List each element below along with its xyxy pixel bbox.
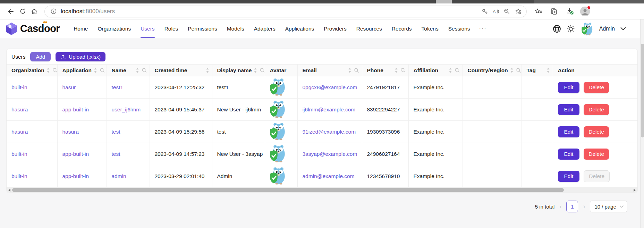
browser-tab-strip[interactable] bbox=[0, 0, 644, 3]
column-header-name[interactable]: Name bbox=[107, 65, 150, 76]
casdoor-logo[interactable]: Casdoor bbox=[6, 22, 60, 35]
pagination-next-icon[interactable]: › bbox=[582, 203, 586, 210]
menu-item-adapters[interactable]: Adapters bbox=[249, 19, 280, 38]
application-link[interactable]: app-built-in bbox=[62, 173, 89, 179]
organization-link[interactable]: built-in bbox=[11, 173, 27, 179]
email-link[interactable]: 3asyap@example.com bbox=[303, 151, 357, 157]
column-header-organization[interactable]: Organization bbox=[7, 65, 57, 76]
home-icon[interactable] bbox=[28, 6, 40, 17]
email-link[interactable]: 0pgcx8@example.com bbox=[303, 84, 357, 90]
sorter-icon[interactable] bbox=[254, 68, 257, 73]
column-header-phone[interactable]: Phone bbox=[362, 65, 408, 76]
user-gopher-avatar[interactable] bbox=[269, 144, 287, 163]
back-icon[interactable] bbox=[5, 6, 17, 17]
address-bar[interactable]: localhost:8000/users A bbox=[44, 6, 527, 17]
user-avatar[interactable] bbox=[581, 22, 594, 35]
sorter-icon[interactable] bbox=[510, 68, 514, 73]
sorter-icon[interactable] bbox=[46, 68, 50, 73]
column-header-email[interactable]: Email bbox=[297, 65, 362, 76]
add-user-button[interactable]: Add bbox=[30, 52, 51, 61]
organization-link[interactable]: built-in bbox=[11, 151, 27, 157]
menu-item-home[interactable]: Home bbox=[69, 19, 93, 38]
organization-link[interactable]: hasura bbox=[11, 129, 28, 135]
user-name-link[interactable]: test1 bbox=[112, 84, 124, 90]
menu-item-permissions[interactable]: Permissions bbox=[183, 19, 222, 38]
menu-item-sessions[interactable]: Sessions bbox=[443, 19, 475, 38]
chevron-down-icon[interactable] bbox=[620, 27, 626, 31]
vertical-scrollbar[interactable] bbox=[640, 19, 644, 228]
menu-item-records[interactable]: Records bbox=[387, 19, 417, 38]
edit-button[interactable]: Edit bbox=[558, 82, 580, 93]
scroll-left-arrow-icon[interactable] bbox=[7, 187, 12, 193]
favorites-icon[interactable] bbox=[532, 6, 544, 17]
url-text[interactable]: localhost:8000/users bbox=[61, 8, 479, 15]
browser-profile-avatar[interactable] bbox=[580, 7, 590, 16]
menu-item-roles[interactable]: Roles bbox=[160, 19, 183, 38]
delete-button[interactable]: Delete bbox=[584, 82, 609, 93]
zoom-out-icon[interactable] bbox=[501, 6, 512, 17]
edit-button[interactable]: Edit bbox=[558, 149, 580, 160]
column-header-created-time[interactable]: Created time bbox=[150, 65, 212, 76]
column-header-tag[interactable]: Tag bbox=[522, 65, 553, 76]
downloads-icon[interactable] bbox=[564, 6, 576, 17]
vertical-scroll-thumb[interactable] bbox=[641, 44, 644, 137]
column-header-application[interactable]: Application bbox=[57, 65, 107, 76]
application-link[interactable]: app-built-in bbox=[62, 107, 89, 112]
user-gopher-avatar[interactable] bbox=[269, 121, 287, 141]
menu-item-users[interactable]: Users bbox=[136, 19, 159, 38]
browser-tab[interactable] bbox=[436, 0, 452, 3]
user-name-link[interactable]: test bbox=[112, 151, 120, 157]
user-name[interactable]: Admin bbox=[599, 26, 615, 32]
user-name-link[interactable]: user_ij6lmm bbox=[112, 107, 141, 112]
menu-item-organizations[interactable]: Organizations bbox=[93, 19, 136, 38]
column-search-icon[interactable] bbox=[142, 68, 147, 73]
read-aloud-icon[interactable]: A bbox=[490, 6, 501, 17]
horizontal-scroll-track[interactable] bbox=[12, 187, 632, 193]
user-name-link[interactable]: test bbox=[112, 129, 120, 135]
theme-sun-icon[interactable] bbox=[567, 25, 575, 33]
delete-button[interactable]: Delete bbox=[584, 149, 609, 160]
user-name-link[interactable]: admin bbox=[112, 173, 126, 179]
email-link[interactable]: ij6lmm@example.com bbox=[303, 107, 356, 112]
sorter-icon[interactable] bbox=[94, 68, 97, 73]
menu-overflow-icon[interactable]: ··· bbox=[475, 26, 491, 32]
user-gopher-avatar[interactable] bbox=[269, 166, 287, 185]
menu-item-tokens[interactable]: Tokens bbox=[417, 19, 443, 38]
page-size-select[interactable]: 10 / page bbox=[590, 201, 627, 212]
application-link[interactable]: hasur bbox=[62, 84, 76, 90]
password-key-icon[interactable] bbox=[479, 6, 490, 17]
organization-link[interactable]: hasura bbox=[11, 107, 28, 112]
column-header-display-name[interactable]: Display name bbox=[212, 65, 265, 76]
menu-item-providers[interactable]: Providers bbox=[319, 19, 351, 38]
pagination-page-1[interactable]: 1 bbox=[566, 201, 578, 212]
refresh-icon[interactable] bbox=[17, 6, 28, 17]
column-search-icon[interactable] bbox=[260, 68, 265, 73]
language-globe-icon[interactable] bbox=[553, 25, 561, 33]
user-gopher-avatar[interactable] bbox=[269, 77, 287, 96]
email-link[interactable]: 91ized@example.com bbox=[303, 129, 356, 135]
upload-xlsx-button[interactable]: Upload (.xlsx) bbox=[56, 52, 105, 61]
horizontal-scroll-thumb[interactable] bbox=[12, 188, 564, 192]
application-link[interactable]: app-built-in bbox=[62, 151, 89, 157]
edit-button[interactable]: Edit bbox=[558, 126, 580, 137]
delete-button[interactable]: Delete bbox=[584, 126, 609, 137]
application-link[interactable]: hasura bbox=[62, 129, 79, 135]
column-search-icon[interactable] bbox=[354, 68, 359, 73]
browser-tab[interactable] bbox=[534, 0, 644, 3]
column-search-icon[interactable] bbox=[455, 68, 460, 73]
organization-link[interactable]: built-in bbox=[11, 84, 27, 90]
scroll-right-arrow-icon[interactable] bbox=[632, 187, 637, 193]
column-search-icon[interactable] bbox=[100, 68, 105, 73]
sorter-icon[interactable] bbox=[348, 68, 351, 73]
sorter-icon[interactable] bbox=[206, 68, 209, 73]
column-search-icon[interactable] bbox=[516, 68, 521, 73]
column-search-icon[interactable] bbox=[400, 68, 406, 73]
menu-item-resources[interactable]: Resources bbox=[351, 19, 387, 38]
horizontal-scrollbar[interactable] bbox=[7, 187, 637, 193]
sorter-icon[interactable] bbox=[546, 68, 550, 73]
user-gopher-avatar[interactable] bbox=[269, 99, 287, 119]
edit-button[interactable]: Edit bbox=[558, 104, 580, 115]
edit-button[interactable]: Edit bbox=[558, 171, 580, 182]
add-favorite-icon[interactable] bbox=[512, 6, 524, 17]
menu-item-applications[interactable]: Applications bbox=[280, 19, 319, 38]
